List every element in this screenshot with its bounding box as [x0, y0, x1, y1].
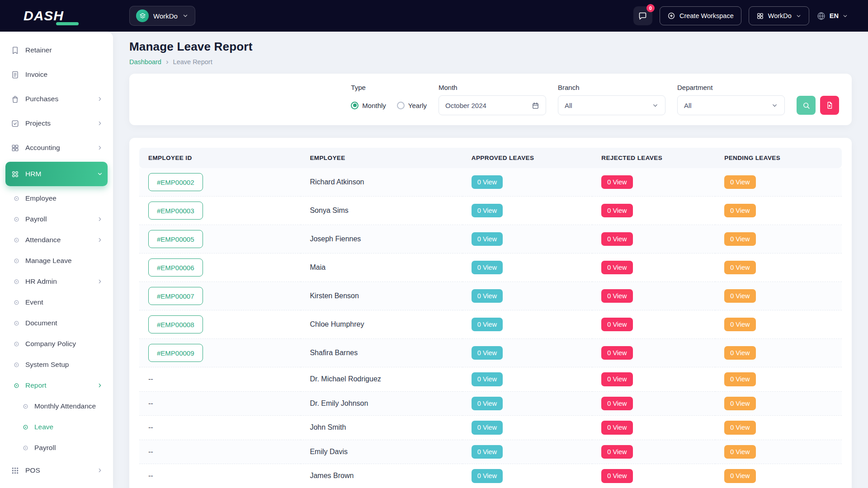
branch-select[interactable]: All: [558, 95, 665, 115]
sidebar-item-monthly-attendance[interactable]: Monthly Attendance: [5, 396, 108, 417]
approved-leaves-view-badge[interactable]: 0 View: [472, 346, 503, 360]
rejected-leaves-view-badge[interactable]: 0 View: [601, 232, 632, 246]
app-logo[interactable]: DASH: [0, 8, 113, 23]
sidebar-item-system-setup[interactable]: System Setup: [5, 354, 108, 375]
pending-leaves-view-badge[interactable]: 0 View: [724, 397, 755, 411]
pending-leaves-cell: 0 View: [715, 310, 842, 339]
sidebar-item-label: Employee: [25, 194, 57, 202]
approved-leaves-view-badge[interactable]: 0 View: [472, 372, 503, 386]
rejected-leaves-view-badge[interactable]: 0 View: [601, 289, 632, 303]
rejected-leaves-view-badge[interactable]: 0 View: [601, 346, 632, 360]
workdo-apps-label: WorkDo: [768, 12, 792, 19]
sidebar-item-attendance[interactable]: Attendance: [5, 230, 108, 250]
sidebar-item-hrm[interactable]: HRM: [5, 162, 108, 186]
approved-leaves-view-badge[interactable]: 0 View: [472, 397, 503, 411]
rejected-leaves-view-badge[interactable]: 0 View: [601, 421, 632, 435]
approved-leaves-view-badge[interactable]: 0 View: [472, 289, 503, 303]
rejected-leaves-view-badge[interactable]: 0 View: [601, 445, 632, 459]
employee-id-button[interactable]: #EMP00005: [148, 230, 203, 248]
pending-leaves-view-badge[interactable]: 0 View: [724, 261, 755, 275]
breadcrumb-dashboard-link[interactable]: Dashboard: [129, 58, 161, 66]
pending-leaves-cell: 0 View: [715, 440, 842, 464]
rejected-leaves-view-badge[interactable]: 0 View: [601, 469, 632, 483]
pending-leaves-view-badge[interactable]: 0 View: [724, 469, 755, 483]
pending-leaves-view-badge[interactable]: 0 View: [724, 175, 755, 189]
approved-leaves-view-badge[interactable]: 0 View: [472, 445, 503, 459]
workspace-switcher[interactable]: WorkDo: [129, 6, 195, 26]
approved-leaves-cell: 0 View: [462, 253, 592, 282]
sidebar-item-accounting[interactable]: Accounting: [5, 136, 108, 160]
sidebar-item-label: HRM: [25, 170, 41, 178]
approved-leaves-view-badge[interactable]: 0 View: [472, 232, 503, 246]
search-button[interactable]: [797, 96, 816, 115]
sidebar-item-leave[interactable]: Leave: [5, 417, 108, 437]
sidebar-item-event[interactable]: Event: [5, 292, 108, 313]
sidebar-item-manage-leave[interactable]: Manage Leave: [5, 250, 108, 271]
sidebar-item-pos[interactable]: POS: [5, 458, 108, 483]
table-row: #EMP00003Sonya Sims0 View0 View0 View: [139, 197, 842, 225]
sidebar-item-hr-admin[interactable]: HR Admin: [5, 271, 108, 292]
workdo-apps-button[interactable]: WorkDo: [749, 6, 809, 25]
employee-id-button[interactable]: #EMP00003: [148, 202, 203, 220]
pending-leaves-view-badge[interactable]: 0 View: [724, 445, 755, 459]
pending-leaves-view-badge[interactable]: 0 View: [724, 318, 755, 332]
breadcrumb: Dashboard › Leave Report: [129, 58, 852, 66]
approved-leaves-view-badge[interactable]: 0 View: [472, 175, 503, 189]
sidebar-item-retainer[interactable]: Retainer: [5, 38, 108, 62]
approved-leaves-view-badge[interactable]: 0 View: [472, 318, 503, 332]
messages-button[interactable]: 0: [633, 6, 652, 25]
branch-value: All: [565, 102, 572, 109]
sidebar-item-employee[interactable]: Employee: [5, 188, 108, 209]
employee-id-button[interactable]: #EMP00009: [148, 344, 203, 362]
approved-leaves-view-badge[interactable]: 0 View: [472, 421, 503, 435]
sidebar-item-purchases[interactable]: Purchases: [5, 87, 108, 111]
sidebar-item-label: Company Policy: [25, 340, 76, 348]
rejected-leaves-view-badge[interactable]: 0 View: [601, 372, 632, 386]
employee-name-cell: James Brown: [301, 464, 462, 488]
employee-id-button[interactable]: #EMP00002: [148, 173, 203, 191]
pending-leaves-view-badge[interactable]: 0 View: [724, 421, 755, 435]
approved-leaves-view-badge[interactable]: 0 View: [472, 469, 503, 483]
table-row: #EMP00008Chloe Humphrey0 View0 View0 Vie…: [139, 310, 842, 339]
rejected-leaves-view-badge[interactable]: 0 View: [601, 175, 632, 189]
pending-leaves-view-badge[interactable]: 0 View: [724, 372, 755, 386]
sidebar-item-label: Manage Leave: [25, 257, 72, 265]
sidebar-item-invoice[interactable]: Invoice: [5, 62, 108, 87]
language-selector[interactable]: EN: [816, 11, 848, 21]
sidebar-item-payroll[interactable]: Payroll: [5, 437, 108, 458]
pending-leaves-view-badge[interactable]: 0 View: [724, 204, 755, 218]
sidebar-item-document[interactable]: Document: [5, 313, 108, 333]
bullet-icon: [13, 300, 20, 305]
rejected-leaves-cell: 0 View: [592, 416, 715, 440]
rejected-leaves-view-badge[interactable]: 0 View: [601, 261, 632, 275]
pending-leaves-cell: 0 View: [715, 416, 842, 440]
sidebar-item-report[interactable]: Report: [5, 375, 108, 396]
create-workspace-button[interactable]: Create Workspace: [660, 6, 741, 25]
rejected-leaves-view-badge[interactable]: 0 View: [601, 318, 632, 332]
approved-leaves-view-badge[interactable]: 0 View: [472, 261, 503, 275]
pending-leaves-view-badge[interactable]: 0 View: [724, 289, 755, 303]
employee-id-button[interactable]: #EMP00007: [148, 287, 203, 305]
rejected-leaves-view-badge[interactable]: 0 View: [601, 397, 632, 411]
rejected-leaves-view-badge[interactable]: 0 View: [601, 204, 632, 218]
sidebar-item-company-policy[interactable]: Company Policy: [5, 333, 108, 354]
yearly-radio[interactable]: Yearly: [397, 102, 427, 109]
month-input[interactable]: October 2024: [439, 95, 546, 115]
employee-id-cell: --: [139, 391, 301, 416]
employee-id-empty: --: [148, 399, 153, 407]
sidebar-item-label: Projects: [25, 119, 51, 127]
employee-id-button[interactable]: #EMP00008: [148, 315, 203, 333]
export-button[interactable]: [820, 96, 839, 115]
department-select[interactable]: All: [677, 95, 785, 115]
sidebar-item-payroll[interactable]: Payroll: [5, 209, 108, 230]
monthly-radio[interactable]: Monthly: [351, 102, 386, 109]
pending-leaves-view-badge[interactable]: 0 View: [724, 346, 755, 360]
employee-name: Shafira Barnes: [310, 349, 358, 357]
bullet-icon: [22, 445, 29, 451]
logo-dash-accent: [56, 22, 79, 25]
employee-id-button[interactable]: #EMP00006: [148, 258, 203, 277]
approved-leaves-view-badge[interactable]: 0 View: [472, 204, 503, 218]
sidebar-item-projects[interactable]: Projects: [5, 111, 108, 136]
pending-leaves-view-badge[interactable]: 0 View: [724, 232, 755, 246]
employee-id-cell: #EMP00002: [139, 168, 301, 197]
